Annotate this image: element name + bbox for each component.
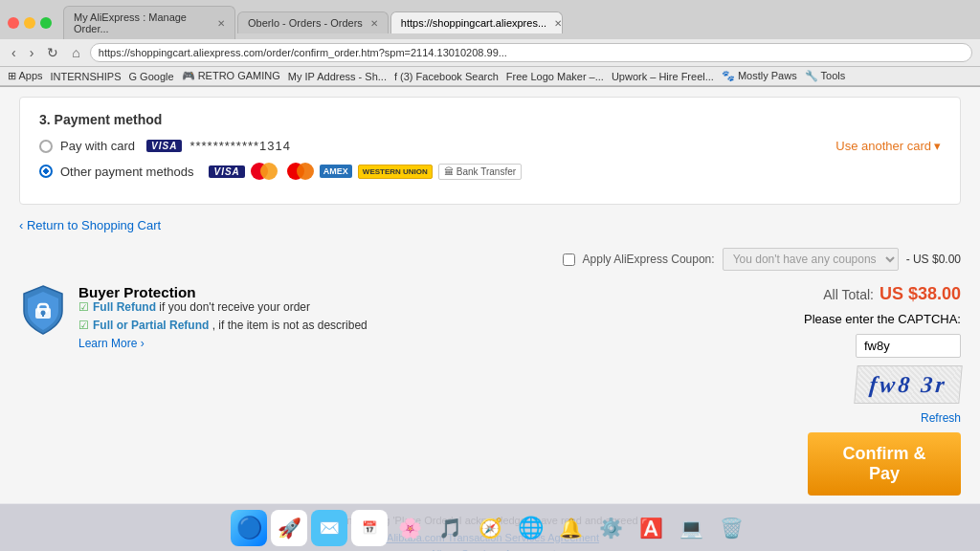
bookmark-tools[interactable]: 🔧 Tools [805, 70, 846, 82]
tab-3-label: https://shoppingcart.aliexpres... [401, 17, 546, 29]
card-number: ************1314 [189, 139, 291, 153]
visa-logo-other: VISA [209, 165, 244, 178]
bookmarks-bar: ⊞ Apps INTERNSHIPS G Google 🎮 RETRO GAMI… [0, 67, 980, 86]
section-title: 3. Payment method [39, 112, 941, 127]
bookmark-fb[interactable]: f (3) Facebook Search [394, 71, 499, 82]
bookmark-internships[interactable]: INTERNSHIPS [51, 71, 122, 82]
captcha-image: fw8 3r [854, 365, 962, 404]
dock-photos[interactable]: 🌸 [391, 510, 428, 546]
protection-item-2: ☑ Full or Partial Refund , if the item i… [78, 319, 368, 332]
tab-2-close[interactable]: ✕ [370, 18, 378, 29]
coupon-select[interactable]: You don't have any coupons [723, 248, 899, 271]
dock-trash[interactable]: 🗑️ [713, 510, 749, 546]
coupon-checkbox[interactable] [563, 253, 575, 266]
other-payment-option: Other payment methods VISA AMEX WESTERN … [39, 163, 941, 180]
address-bar-row: ‹ › ↻ ⌂ [0, 39, 980, 67]
right-column: All Total: US $38.00 Please enter the CA… [387, 284, 961, 496]
dock-chrome[interactable]: 🌐 [512, 510, 548, 546]
tab-bar: My AliExpress : Manage Order... ✕ Oberlo… [0, 0, 980, 39]
bookmark-logo[interactable]: Free Logo Maker –... [506, 71, 604, 82]
tab-2-label: Oberlo - Orders - Orders [248, 17, 363, 29]
pay-with-card-option: Pay with card VISA ************1314 Use … [39, 139, 941, 153]
captcha-input[interactable] [856, 334, 961, 358]
use-another-card-link[interactable]: Use another card ▾ [835, 139, 941, 153]
dock-calendar[interactable]: 📅 [351, 510, 388, 546]
maestro-logo [287, 163, 314, 180]
window-controls [8, 17, 52, 29]
confirm-pay-button[interactable]: Confirm & Pay [808, 432, 961, 496]
tab-2[interactable]: Oberlo - Orders - Orders ✕ [237, 11, 389, 33]
amex-logo: AMEX [320, 165, 352, 178]
chevron-down-icon: ▾ [934, 139, 941, 153]
forward-button[interactable]: › [26, 43, 38, 62]
bookmark-retro[interactable]: 🎮 RETRO GAMING [182, 70, 280, 82]
captcha-display-text: fw8 3r [868, 372, 948, 398]
bookmark-apps[interactable]: ⊞ Apps [8, 70, 43, 82]
bookmark-paws[interactable]: 🐾 Mostly Paws [722, 70, 797, 82]
coupon-row: Apply AliExpress Coupon: You don't have … [0, 244, 980, 275]
bank-icon: 🏛 [444, 166, 454, 177]
shield-icon [19, 284, 67, 340]
dock-mail[interactable]: ✉️ [311, 510, 347, 546]
close-button[interactable] [8, 17, 19, 29]
coupon-amount: - US $0.00 [906, 253, 961, 266]
browser-chrome: My AliExpress : Manage Order... ✕ Oberlo… [0, 0, 980, 87]
buyer-protection-title: Buyer Protection [78, 284, 368, 300]
return-cart-link[interactable]: Return to Shopping Cart [19, 214, 961, 236]
total-amount: US $38.00 [880, 284, 961, 304]
all-total-label: All Total: [823, 287, 874, 302]
dock-terminal[interactable]: 💻 [673, 510, 709, 546]
back-button[interactable]: ‹ [8, 43, 20, 62]
tab-1-label: My AliExpress : Manage Order... [74, 11, 210, 34]
all-total-row: All Total: US $38.00 [823, 284, 961, 304]
check-icon-1: ☑ [78, 300, 89, 314]
dock: 🔵 🚀 ✉️ 📅 🌸 🎵 🧭 🌐 🔔 ⚙️ 🅰️ 💻 🗑️ [0, 503, 980, 551]
tab-1[interactable]: My AliExpress : Manage Order... ✕ [63, 6, 235, 39]
dock-launchpad[interactable]: 🚀 [271, 510, 307, 546]
bottom-section: Buyer Protection ☑ Full Refund if you do… [0, 275, 980, 505]
bank-transfer-logo: 🏛 Bank Transfer [438, 164, 522, 180]
reload-button[interactable]: ↻ [43, 43, 62, 62]
bookmark-google[interactable]: G Google [129, 71, 174, 82]
learn-more-link[interactable]: Learn More [78, 337, 368, 350]
mastercard-logo [251, 163, 278, 180]
other-payment-radio[interactable] [39, 165, 53, 178]
tab-3-close[interactable]: ✕ [554, 18, 562, 29]
refresh-captcha-link[interactable]: Refresh [921, 411, 961, 425]
western-union-logo: WESTERN UNION [358, 165, 433, 179]
pay-card-label: Pay with card [60, 139, 135, 153]
dock-notifications[interactable]: 🔔 [552, 510, 589, 546]
coupon-label: Apply AliExpress Coupon: [583, 253, 715, 266]
bookmark-upwork[interactable]: Upwork – Hire Freel... [612, 71, 714, 82]
buyer-protection-box: Buyer Protection ☑ Full Refund if you do… [19, 284, 368, 496]
maximize-button[interactable] [40, 17, 52, 29]
minimize-button[interactable] [24, 17, 35, 29]
payment-icons: VISA AMEX WESTERN UNION 🏛 Bank Transfer [209, 163, 522, 180]
protection-item-1: ☑ Full Refund if you don't receive your … [78, 300, 368, 314]
buyer-protection-text: Buyer Protection ☑ Full Refund if you do… [78, 284, 368, 350]
address-input[interactable] [90, 43, 972, 62]
check-icon-2: ☑ [78, 319, 89, 332]
payment-section: 3. Payment method Pay with card VISA ***… [19, 97, 961, 205]
other-payment-label: Other payment methods [60, 165, 193, 179]
pay-card-radio[interactable] [39, 140, 53, 153]
captcha-label: Please enter the CAPTCHA: [804, 312, 961, 326]
dock-settings[interactable]: ⚙️ [592, 510, 629, 546]
bookmark-ip[interactable]: My IP Address - Sh... [288, 71, 387, 82]
tab-3[interactable]: https://shoppingcart.aliexpres... ✕ [390, 11, 563, 33]
dock-itunes[interactable]: 🎵 [432, 510, 468, 546]
home-button[interactable]: ⌂ [68, 43, 83, 62]
visa-logo-card: VISA [146, 140, 182, 152]
tab-1-close[interactable]: ✕ [217, 18, 225, 29]
dock-finder[interactable]: 🔵 [231, 510, 267, 546]
page-content: 3. Payment method Pay with card VISA ***… [0, 87, 980, 551]
dock-safari[interactable]: 🧭 [472, 510, 508, 546]
dock-appstore[interactable]: 🅰️ [633, 510, 669, 546]
